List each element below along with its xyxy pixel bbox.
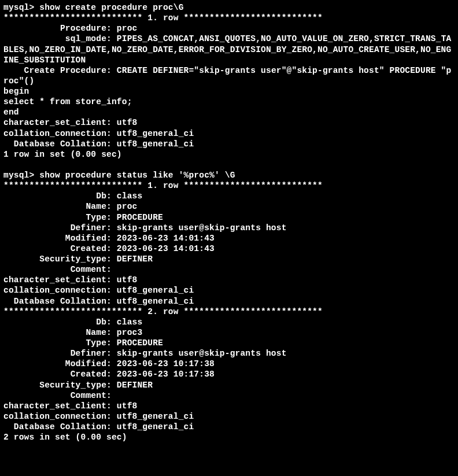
mysql-prompt-command-1[interactable]: mysql> show create procedure proc\G [3,3,184,12]
status1-security: Security_type: DEFINER [3,254,153,264]
status2-comment: Comment: [3,391,112,400]
row-separator-2a: *************************** 1. row *****… [3,181,323,190]
proc-field-createprocedure: Create Procedure: CREATE DEFINER="skip-g… [3,66,451,86]
result-summary-2: 2 rows in set (0.00 sec) [3,433,127,442]
proc-body-end: end [3,108,19,117]
status1-definer: Definer: skip-grants user@skip-grants ho… [3,223,287,233]
status2-security: Security_type: DEFINER [3,381,153,390]
status1-comment: Comment: [3,265,112,274]
status2-created: Created: 2023-06-23 10:17:38 [3,370,215,379]
status1-name: Name: proc [3,202,137,211]
mysql-prompt-command-2[interactable]: mysql> show procedure status like '%proc… [3,171,235,180]
status2-modified: Modified: 2023-06-23 10:17:38 [3,359,215,368]
terminal-output: mysql> show create procedure proc\G ****… [3,2,455,442]
proc-field-procedure: Procedure: proc [3,24,137,33]
status1-charset: character_set_client: utf8 [3,275,137,285]
status1-collation-conn: collation_connection: utf8_general_ci [3,286,194,295]
result-summary-1: 1 row in set (0.00 sec) [3,150,122,159]
row-separator-2b: *************************** 2. row *****… [3,307,323,316]
proc-body-begin: begin [3,87,29,96]
status2-db-collation: Database Collation: utf8_general_ci [3,422,194,431]
status2-db: Db: class [3,318,142,327]
proc-field-sqlmode: sql_mode: PIPES_AS_CONCAT,ANSI_QUOTES,NO… [3,34,451,64]
status2-type: Type: PROCEDURE [3,338,163,348]
status1-db: Db: class [3,191,142,201]
status1-created: Created: 2023-06-23 14:01:43 [3,244,215,253]
status1-modified: Modified: 2023-06-23 14:01:43 [3,234,215,243]
status2-name: Name: proc3 [3,328,142,337]
status1-db-collation: Database Collation: utf8_general_ci [3,297,194,306]
status1-type: Type: PROCEDURE [3,213,163,222]
status2-definer: Definer: skip-grants user@skip-grants ho… [3,349,287,358]
proc-field-charset: character_set_client: utf8 [3,118,137,127]
status2-charset: character_set_client: utf8 [3,401,137,411]
proc-body-select: select * from store_info; [3,97,132,106]
proc-field-collation-conn: collation_connection: utf8_general_ci [3,129,194,138]
row-separator-1: *************************** 1. row *****… [3,13,323,23]
proc-field-db-collation: Database Collation: utf8_general_ci [3,139,194,149]
status2-collation-conn: collation_connection: utf8_general_ci [3,412,194,421]
